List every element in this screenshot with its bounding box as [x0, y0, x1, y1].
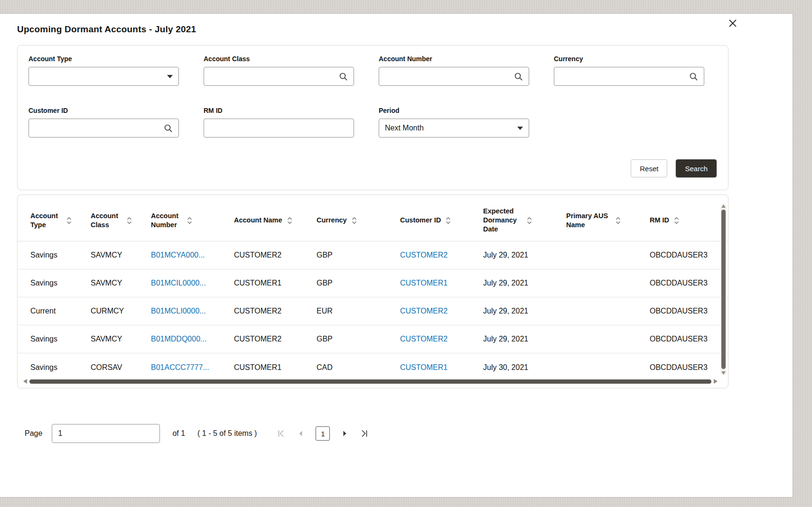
- account-number-link[interactable]: B01MCLI0000...: [151, 307, 206, 315]
- cell-rm-id: OBCDDAUSER3: [650, 279, 715, 287]
- cell-account-number: B01MCYA000...: [151, 251, 234, 259]
- column-header-rm-id: RM ID: [650, 216, 715, 225]
- currency-input-wrap[interactable]: [554, 67, 704, 86]
- cell-customer-id: CUSTOMER1: [400, 363, 483, 372]
- account-type-select[interactable]: [28, 67, 179, 86]
- filter-field-rm-id: RM ID: [204, 107, 354, 138]
- sort-icon[interactable]: [287, 216, 292, 225]
- column-label: Expected Dormancy Date: [483, 207, 522, 234]
- column-header-account-type: Account Type: [30, 212, 91, 230]
- column-label: Account Name: [234, 216, 282, 225]
- account-class-input[interactable]: [210, 72, 339, 81]
- scroll-right-icon[interactable]: [714, 379, 718, 384]
- filter-actions: Reset Search: [631, 159, 717, 177]
- caret-down-icon[interactable]: [164, 75, 173, 78]
- account-number-link[interactable]: B01MCYA000...: [151, 251, 205, 259]
- search-icon[interactable]: [339, 72, 348, 81]
- filter-field-account-type: Account Type: [28, 55, 179, 86]
- rm-id-input-wrap[interactable]: [204, 119, 354, 138]
- cell-rm-id: OBCDDAUSER3: [650, 307, 715, 315]
- search-icon[interactable]: [164, 124, 173, 133]
- pagination-bar: Page of 1 ( 1 - 5 of 5 items ) 1: [25, 424, 370, 443]
- close-icon: [728, 18, 737, 28]
- account-class-input-wrap[interactable]: [204, 67, 354, 86]
- column-header-expected-dormancy-date: Expected Dormancy Date: [483, 207, 566, 234]
- table-body: SavingsSAVMCYB01MCYA000...CUSTOMER2GBPCU…: [18, 241, 728, 381]
- sort-icon[interactable]: [527, 216, 532, 225]
- scroll-left-icon[interactable]: [23, 379, 27, 384]
- table-row: SavingsSAVMCYB01MCYA000...CUSTOMER2GBPCU…: [18, 241, 728, 269]
- customer-id-link[interactable]: CUSTOMER2: [400, 307, 448, 315]
- cell-account-name: CUSTOMER2: [234, 307, 317, 315]
- cell-account-name: CUSTOMER2: [234, 251, 317, 259]
- vertical-scrollbar-thumb[interactable]: [721, 210, 726, 369]
- scroll-down-icon[interactable]: [721, 370, 726, 375]
- column-label: Account Class: [91, 212, 122, 230]
- customer-id-link[interactable]: CUSTOMER1: [400, 363, 448, 371]
- cell-account-name: CUSTOMER1: [234, 363, 317, 372]
- page-label: Page: [25, 429, 42, 438]
- scroll-up-icon[interactable]: [721, 203, 726, 208]
- period-select[interactable]: Next Month: [379, 119, 529, 138]
- next-page-button[interactable]: [339, 428, 350, 439]
- account-number-input[interactable]: [385, 72, 514, 81]
- customer-id-link[interactable]: CUSTOMER2: [400, 335, 448, 343]
- filter-grid: Account TypeAccount ClassAccount NumberC…: [28, 55, 704, 138]
- sort-icon[interactable]: [616, 216, 621, 225]
- cell-account-class: SAVMCY: [91, 335, 151, 343]
- search-icon[interactable]: [514, 72, 523, 81]
- account-number-input-wrap[interactable]: [379, 67, 529, 86]
- account-number-link[interactable]: B01MCIL0000...: [151, 279, 206, 287]
- last-page-icon: [360, 429, 369, 438]
- page-number-input[interactable]: [52, 424, 160, 443]
- filter-field-account-number: Account Number: [379, 55, 529, 86]
- cell-account-class: SAVMCY: [91, 251, 151, 259]
- next-page-icon: [340, 429, 349, 438]
- search-icon[interactable]: [689, 72, 698, 81]
- account-number-link[interactable]: B01MDDQ000...: [151, 335, 206, 343]
- cell-expected-dormancy-date: July 29, 2021: [483, 279, 566, 287]
- cell-account-type: Savings: [30, 251, 91, 259]
- previous-page-button[interactable]: [296, 428, 306, 439]
- column-header-currency: Currency: [317, 216, 400, 225]
- customer-id-link[interactable]: CUSTOMER1: [400, 279, 448, 287]
- cell-currency: GBP: [317, 251, 400, 259]
- account-number-link[interactable]: B01ACCC7777...: [151, 363, 209, 371]
- column-header-account-class: Account Class: [91, 212, 151, 230]
- table-header: Account TypeAccount ClassAccount NumberA…: [18, 195, 728, 241]
- cell-expected-dormancy-date: July 29, 2021: [483, 251, 566, 259]
- last-page-button[interactable]: [359, 428, 370, 439]
- page-title: Upcoming Dormant Accounts - July 2021: [17, 24, 196, 35]
- currency-input[interactable]: [560, 72, 689, 81]
- sort-icon[interactable]: [446, 216, 451, 225]
- current-page-indicator[interactable]: 1: [316, 426, 330, 441]
- cell-rm-id: OBCDDAUSER3: [650, 251, 715, 259]
- column-label: Currency: [317, 216, 347, 225]
- horizontal-scrollbar[interactable]: [23, 378, 718, 384]
- cell-rm-id: OBCDDAUSER3: [650, 335, 715, 343]
- close-button[interactable]: [725, 15, 741, 31]
- sort-icon[interactable]: [66, 216, 72, 225]
- customer-id-input-wrap[interactable]: [28, 119, 179, 138]
- horizontal-scrollbar-thumb[interactable]: [29, 379, 711, 384]
- sort-icon[interactable]: [352, 216, 357, 225]
- caret-down-icon[interactable]: [514, 127, 523, 130]
- results-table: Account TypeAccount ClassAccount NumberA…: [17, 194, 728, 388]
- cell-customer-id: CUSTOMER2: [400, 307, 483, 315]
- cell-currency: GBP: [317, 279, 400, 287]
- search-button[interactable]: Search: [676, 159, 717, 177]
- cell-account-name: CUSTOMER2: [234, 335, 317, 343]
- sort-icon[interactable]: [187, 216, 192, 225]
- vertical-scrollbar[interactable]: [720, 203, 727, 375]
- sort-icon[interactable]: [127, 216, 132, 225]
- first-page-button[interactable]: [276, 428, 286, 439]
- column-label: Customer ID: [400, 216, 441, 225]
- reset-button[interactable]: Reset: [631, 159, 667, 177]
- table-row: CurrentCURMCYB01MCLI0000...CUSTOMER2EURC…: [18, 297, 728, 325]
- sort-icon[interactable]: [674, 216, 679, 225]
- customer-id-link[interactable]: CUSTOMER2: [400, 251, 448, 259]
- filter-field-account-class: Account Class: [204, 55, 354, 86]
- column-label: RM ID: [650, 216, 669, 225]
- customer-id-input[interactable]: [35, 124, 164, 132]
- rm-id-input[interactable]: [210, 124, 348, 132]
